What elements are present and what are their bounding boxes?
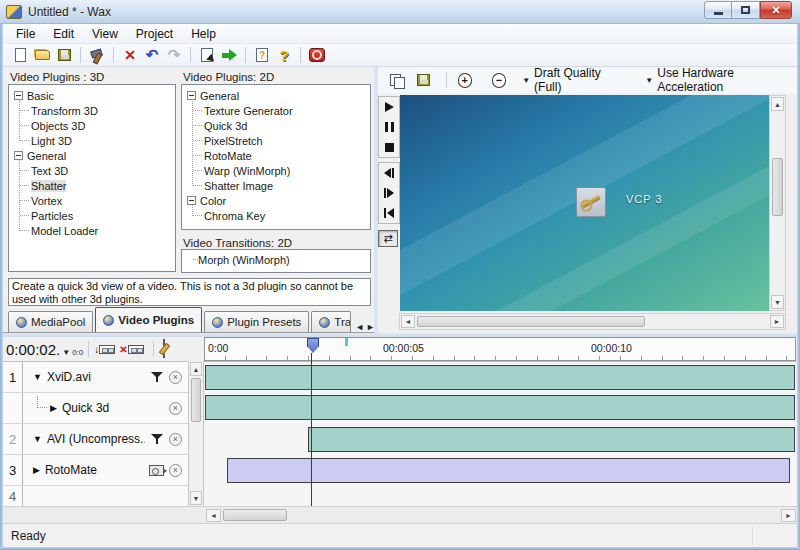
track-row-3[interactable]: 3 ▶ RotoMate (3, 455, 188, 486)
tree-node-general-2d[interactable]: General (182, 88, 370, 103)
maximize-button[interactable] (732, 1, 760, 19)
tree-item-shatter[interactable]: Shatter (9, 178, 175, 193)
tree-item-objects-3d[interactable]: Objects 3D (9, 118, 175, 133)
build-button[interactable] (87, 46, 107, 64)
scroll-right-icon[interactable]: ► (781, 509, 796, 522)
track-expander-icon[interactable]: ▶ (50, 403, 57, 413)
timecode-display[interactable]: 0:00:02. ▼ 0:0 (6, 341, 83, 358)
scroll-left-icon[interactable]: ◄ (206, 509, 221, 522)
track-row-1[interactable]: 1 ▼ XviD.avi (3, 362, 188, 393)
menu-view[interactable]: View (83, 25, 127, 43)
scroll-down-icon[interactable]: ▼ (190, 491, 202, 505)
open-button[interactable] (32, 46, 52, 64)
remove-track-icon[interactable] (169, 433, 182, 446)
tree-item-texture-generator[interactable]: Texture Generator (182, 103, 370, 118)
go-start-button[interactable] (379, 203, 399, 223)
redo-button[interactable]: ↷ (164, 46, 184, 64)
scroll-down-icon[interactable]: ▼ (771, 295, 784, 309)
scrollbar-thumb[interactable] (772, 158, 783, 216)
camera-icon[interactable] (149, 465, 164, 476)
timeline-clips-area[interactable] (204, 361, 796, 506)
title-bar[interactable]: Untitled * - Wax ✕ (0, 0, 800, 24)
play-button[interactable] (379, 97, 399, 117)
tree-item-chroma-key[interactable]: Chroma Key (182, 208, 370, 223)
tab-video-plugins[interactable]: Video Plugins (95, 307, 202, 332)
help-button[interactable]: ? (274, 46, 294, 64)
tree-item-shatter-image[interactable]: Shatter Image (182, 178, 370, 193)
menu-edit[interactable]: Edit (44, 25, 83, 43)
timeline-vertical-scrollbar[interactable]: ▲ ▼ (188, 361, 204, 506)
tree-item-model-loader[interactable]: Model Loader (9, 223, 175, 238)
track-expander-icon[interactable]: ▶ (33, 465, 40, 475)
hardware-acceleration-dropdown[interactable]: ▼Use Hardware Acceleration (645, 66, 797, 94)
tree-node-general[interactable]: General (9, 148, 175, 163)
tree-item-morph-winmorph[interactable]: Morph (WinMorph) (182, 252, 370, 267)
caret-down-icon[interactable]: ▼ (62, 348, 70, 357)
undo-button[interactable]: ↶ (142, 46, 162, 64)
tree-node-basic[interactable]: Basic (9, 88, 175, 103)
timeline-ruler[interactable]: 0:00 00:00:05 00:00:10 (204, 337, 796, 361)
frame-back-button[interactable] (379, 163, 399, 183)
remove-effect-icon[interactable] (169, 402, 182, 415)
scroll-left-icon[interactable]: ◄ (401, 315, 415, 328)
filter-icon[interactable] (151, 371, 164, 383)
loop-button[interactable]: ⇄ (378, 230, 398, 247)
scrollbar-thumb[interactable] (223, 509, 287, 521)
track-row-4[interactable]: 4 (3, 486, 188, 507)
preview-canvas[interactable]: VCP 3 (400, 95, 769, 311)
tree-item-rotomate[interactable]: RotoMate (182, 148, 370, 163)
tree-node-color[interactable]: Color (182, 193, 370, 208)
tree-item-pixelstretch[interactable]: PixelStretch (182, 133, 370, 148)
zoom-in-button[interactable]: + (458, 73, 473, 88)
edit-clip-button[interactable] (163, 340, 165, 358)
scrollbar-thumb[interactable] (417, 316, 645, 327)
frame-forward-button[interactable] (379, 183, 399, 203)
remove-track-icon[interactable] (169, 371, 182, 384)
clip-quick3d[interactable] (205, 395, 795, 420)
help-topics-button[interactable]: ? (252, 46, 272, 64)
track-expander-icon[interactable]: ▼ (33, 434, 42, 444)
tree-item-vortex[interactable]: Vortex (9, 193, 175, 208)
delete-button[interactable]: ✕ (120, 46, 140, 64)
scroll-right-icon[interactable]: ► (770, 315, 784, 328)
tree-item-text-3d[interactable]: Text 3D (9, 163, 175, 178)
playhead-marker[interactable] (307, 338, 319, 353)
tree-item-light-3d[interactable]: Light 3D (9, 133, 175, 148)
tree-item-transform-3d[interactable]: Transform 3D (9, 103, 175, 118)
website-button[interactable] (307, 46, 327, 64)
menu-project[interactable]: Project (127, 25, 182, 43)
save-frame-button[interactable] (414, 71, 433, 89)
tree-item-particles[interactable]: Particles (9, 208, 175, 223)
stop-button[interactable] (379, 137, 399, 157)
playhead-line[interactable] (311, 353, 312, 506)
render-button[interactable] (219, 46, 239, 64)
scroll-up-icon[interactable]: ▲ (771, 97, 784, 111)
tab-mediapool[interactable]: MediaPool (8, 311, 93, 332)
quality-dropdown[interactable]: ▼Draft Quality (Full) (522, 66, 627, 94)
preview-horizontal-scrollbar[interactable]: ◄ ► (399, 313, 786, 330)
scroll-up-icon[interactable]: ▲ (190, 362, 202, 376)
save-button[interactable] (54, 46, 74, 64)
resize-grip[interactable] (752, 527, 753, 545)
delete-track-button[interactable]: ✕ (119, 344, 143, 355)
tab-scroll-left-icon[interactable]: ◄ (355, 322, 364, 332)
tab-plugin-presets[interactable]: Plugin Presets (204, 311, 309, 332)
clip-xvid[interactable] (205, 365, 795, 390)
preview-button[interactable] (197, 46, 217, 64)
preview-vertical-scrollbar[interactable]: ▲ ▼ (769, 95, 786, 311)
zoom-out-button[interactable]: − (492, 73, 507, 88)
clip-avi-uncompressed[interactable] (308, 427, 795, 452)
tab-transitions[interactable]: Transitic (311, 311, 351, 332)
track-row-quick3d[interactable]: ▶ Quick 3d (3, 393, 188, 424)
pause-button[interactable] (379, 117, 399, 137)
new-document-button[interactable] (10, 46, 30, 64)
menu-help[interactable]: Help (182, 25, 225, 43)
add-track-button[interactable]: ↓ (94, 344, 115, 355)
track-row-2[interactable]: 2 ▼ AVI (Uncompress... (3, 424, 188, 455)
tree-item-quick-3d[interactable]: Quick 3d (182, 118, 370, 133)
minimize-button[interactable] (704, 1, 732, 19)
copy-frame-button[interactable] (387, 71, 406, 89)
menu-file[interactable]: File (7, 25, 44, 43)
filter-icon[interactable] (151, 433, 164, 445)
scrollbar-thumb[interactable] (191, 378, 201, 422)
